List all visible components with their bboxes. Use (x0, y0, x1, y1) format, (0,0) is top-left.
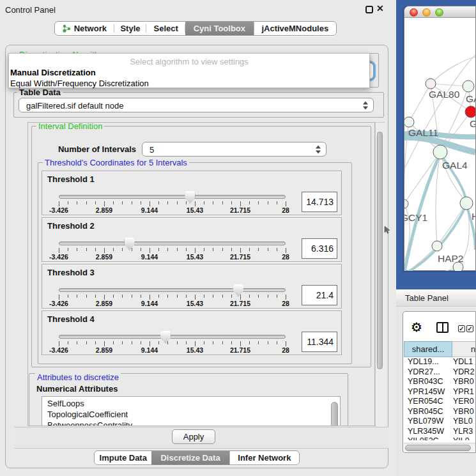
table-row[interactable]: YBR043CYBR0 (404, 377, 475, 387)
tab-select[interactable]: Select (146, 22, 185, 35)
table-row[interactable]: YPR145WYPR1 (404, 387, 475, 397)
table-row[interactable]: YBR045CYBR0 (404, 407, 475, 417)
threshold-value-field[interactable]: 21.4 (302, 285, 337, 305)
table-row[interactable]: YDL19...YDL1 (404, 357, 475, 367)
column-header-shared[interactable]: shared... (404, 341, 452, 357)
slider-tick (186, 341, 187, 344)
slider-tick (132, 295, 132, 298)
slider-tick (167, 201, 168, 204)
network-node-gcy1[interactable] (404, 199, 408, 208)
network-edge[interactable] (409, 84, 431, 122)
attribute-list-item[interactable]: SelfLoops (42, 398, 340, 409)
table-horizontal-scrollbar[interactable] (404, 443, 475, 452)
number-of-intervals-combobox[interactable]: 5 (142, 142, 326, 157)
network-edge[interactable] (431, 57, 475, 84)
table-row[interactable]: YDR27...YDR2 (404, 367, 475, 378)
slider-track[interactable] (59, 242, 286, 245)
network-node-gal4[interactable] (433, 145, 447, 159)
popup-item-equal-width[interactable]: Equal Width/Frequency Discretization (10, 79, 149, 88)
cell-shared-name: YDL19... (404, 357, 453, 366)
table-row[interactable]: YLR345WYLR3 (404, 427, 475, 437)
attribute-list-item[interactable]: BetweennessCentrality (42, 420, 340, 426)
slider-tick (204, 295, 204, 298)
network-node-h[interactable] (460, 197, 473, 210)
slider-tick (222, 341, 223, 344)
tab-jactivemnodules[interactable]: jActiveMNodules (254, 22, 336, 35)
popup-item-manual-discretization[interactable]: Manual Discretization (10, 68, 96, 77)
cell-shared-name: YIL052C (404, 436, 453, 440)
threshold-label: Threshold 3 (47, 268, 95, 277)
attributes-scrollbar-thumb[interactable] (331, 402, 338, 426)
attribute-list-item[interactable]: TopologicalCoefficient (42, 409, 340, 420)
slider-tick (86, 341, 87, 344)
slider-tick (204, 248, 204, 251)
tab-discretize-data[interactable]: Discretize Data (151, 451, 229, 464)
threshold-panel-4: Threshold 4-3.4262.8599.14415.4321.71528… (42, 311, 342, 355)
tab-impute-data[interactable]: Impute Data (95, 451, 151, 464)
checkbox-icon[interactable]: ✓ (466, 325, 473, 332)
network-node-gal11[interactable] (404, 117, 414, 127)
table-row[interactable]: YIL052CYIL0 (404, 436, 475, 440)
tab-style[interactable]: Style (114, 22, 147, 35)
number-of-intervals-value: 5 (150, 144, 154, 154)
slider-thumb[interactable] (233, 284, 243, 297)
threshold-value-field[interactable]: 6.316 (302, 238, 337, 259)
slider-tick-label: 28 (266, 253, 305, 261)
attributes-scrollbar[interactable] (330, 398, 339, 426)
network-canvas[interactable]: GAL80GAGGAL11GAL4GCY1HHAP2 (404, 19, 475, 271)
table-row[interactable]: YBL079WYBL0 (404, 417, 475, 427)
threshold-value-field[interactable]: 14.713 (302, 192, 337, 212)
network-edge[interactable] (437, 203, 466, 246)
slider-tick (113, 341, 114, 344)
slider-tick (204, 341, 204, 344)
network-node-g[interactable] (465, 106, 475, 118)
table-data-combobox[interactable]: galFiltered.sif default node (19, 98, 374, 112)
apply-button[interactable]: Apply (172, 429, 215, 444)
tab-label: jActiveMNodules (261, 24, 328, 33)
slider-tick (104, 295, 105, 300)
settings-scrollbar-thumb[interactable] (377, 132, 383, 369)
slider-tick (286, 341, 286, 346)
threshold-panel-1: Threshold 1-3.4262.8599.14415.4321.71528… (42, 171, 342, 215)
column-header-name[interactable]: na (452, 341, 476, 357)
float-window-icon[interactable] (365, 6, 373, 13)
numerical-attributes-label: Numerical Attributes (36, 384, 118, 394)
interval-definition-label: Interval Definition (36, 122, 104, 131)
network-node-hap2[interactable] (432, 241, 442, 251)
cell-shared-name: YBL079W (404, 417, 453, 426)
minimize-traffic-light[interactable] (422, 8, 431, 17)
slider-tick (268, 295, 268, 298)
threshold-value-field[interactable]: 11.344 (302, 332, 337, 352)
slider-tick-label: -3.426 (40, 346, 78, 354)
slider-tick-label: -3.426 (40, 300, 78, 307)
numerical-attributes-list[interactable]: SelfLoopsTopologicalCoefficientBetweenne… (42, 396, 341, 426)
network-node-ga[interactable] (463, 81, 474, 92)
network-node-gal80[interactable] (426, 79, 436, 89)
slider-tick (231, 201, 232, 204)
slider-track[interactable] (59, 335, 286, 339)
slider-track[interactable] (59, 288, 286, 292)
network-node-label: GAL80 (429, 89, 460, 100)
tab-label: Cyni Toolbox (194, 24, 245, 33)
network-node[interactable] (453, 262, 463, 271)
slider-tick (240, 341, 241, 346)
slider-track[interactable] (59, 195, 286, 199)
tab-cyni-toolbox[interactable]: Cyni Toolbox (185, 22, 254, 35)
tab-network[interactable]: Network (55, 22, 114, 35)
settings-vertical-scrollbar[interactable] (375, 122, 385, 427)
close-traffic-light[interactable] (410, 8, 418, 17)
table-row[interactable]: YER054CYER0 (404, 397, 475, 407)
zoom-traffic-light[interactable] (435, 8, 443, 17)
gear-icon[interactable]: ⚙ (411, 319, 422, 335)
table-hscrollbar-thumb[interactable] (405, 445, 471, 451)
tab-infer-network[interactable]: Infer Network (229, 451, 299, 464)
checkbox-icon[interactable]: ✓ (458, 325, 465, 332)
threshold-label: Threshold 2 (47, 221, 95, 231)
slider-thumb[interactable] (125, 238, 135, 250)
slider-tick (249, 201, 250, 204)
network-node-label: GA (466, 93, 475, 104)
slider-thumb[interactable] (160, 331, 171, 344)
close-icon[interactable]: ✕ (376, 3, 384, 13)
columns-icon[interactable] (436, 322, 449, 333)
slider-tick (132, 201, 132, 204)
